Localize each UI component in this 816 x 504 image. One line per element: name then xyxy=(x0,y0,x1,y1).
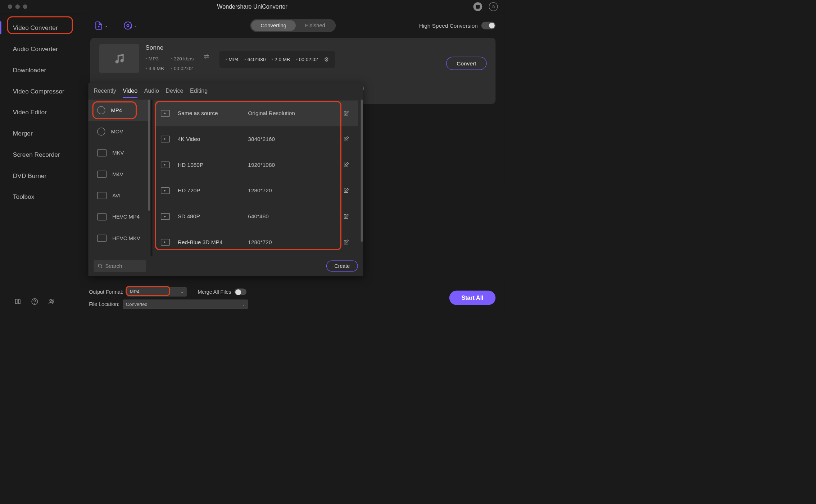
sidebar-item-screen-recorder[interactable]: Screen Recorder xyxy=(0,144,81,165)
video-icon xyxy=(161,161,170,168)
file-title: Sonne xyxy=(145,44,194,51)
tab-audio[interactable]: Audio xyxy=(144,88,159,98)
minimize-window[interactable] xyxy=(15,4,20,9)
add-dvd-button[interactable]: ⌄ xyxy=(123,21,137,30)
add-file-button[interactable]: ⌄ xyxy=(94,21,108,30)
edit-icon[interactable] xyxy=(343,214,349,219)
video-icon xyxy=(161,239,170,246)
close-window[interactable] xyxy=(8,4,12,9)
gear-icon[interactable]: ⚙ xyxy=(324,56,329,63)
file-location-dropdown[interactable]: Converted ⌄ xyxy=(123,299,248,309)
format-mp4[interactable]: MP4 xyxy=(88,100,150,121)
edit-icon[interactable] xyxy=(343,188,349,193)
sidebar-item-dvd-burner[interactable]: DVD Burner xyxy=(0,165,81,186)
sidebar-item-video-converter[interactable]: Video Converter xyxy=(0,17,81,38)
format-hevc-mkv[interactable]: HEVC MKV xyxy=(88,228,150,249)
edit-icon[interactable] xyxy=(343,239,349,245)
tab-finished[interactable]: Finished xyxy=(296,20,335,31)
format-icon xyxy=(97,149,106,156)
svg-point-3 xyxy=(53,300,54,301)
help-icon[interactable] xyxy=(31,298,38,306)
format-icon xyxy=(97,128,105,136)
src-bitrate: 320 kbps xyxy=(171,56,194,62)
preset-redblue-3d[interactable]: Red-Blue 3D MP4 1280*720 xyxy=(155,229,358,255)
traffic-lights xyxy=(8,4,27,9)
window-title: Wondershare UniConverter xyxy=(217,3,287,10)
merge-all-group: Merge All Files xyxy=(198,288,246,295)
preset-480p[interactable]: SD 480P 640*480 xyxy=(155,203,358,229)
scrollbar[interactable] xyxy=(148,100,150,211)
tab-converting[interactable]: Converting xyxy=(251,20,296,31)
format-avi[interactable]: AVI xyxy=(88,185,150,206)
video-icon xyxy=(161,136,170,142)
preset-1080p[interactable]: HD 1080P 1920*1080 xyxy=(155,152,358,178)
edit-icon[interactable] xyxy=(343,136,349,142)
high-speed-toggle-group: High Speed Conversion xyxy=(419,22,496,29)
high-speed-label: High Speed Conversion xyxy=(419,22,478,29)
search-input[interactable]: Search xyxy=(94,260,146,272)
format-list: MP4 MOV MKV M4V AVI HEVC MP4 HEVC MKV xyxy=(88,100,152,256)
format-popover: Recently Video Audio Device Editing MP4 … xyxy=(88,83,363,276)
tutorial-icon[interactable] xyxy=(14,298,22,306)
merge-all-toggle[interactable] xyxy=(234,288,246,295)
svg-point-2 xyxy=(50,299,51,301)
sidebar-item-video-editor[interactable]: Video Editor xyxy=(0,102,81,123)
format-icon xyxy=(97,235,106,242)
high-speed-toggle[interactable] xyxy=(481,22,496,29)
file-thumbnail[interactable] xyxy=(99,44,139,73)
output-format-label: Output Format: xyxy=(89,289,123,295)
video-icon xyxy=(161,187,170,194)
tab-device[interactable]: Device xyxy=(166,88,183,98)
dst-duration: 00:02:02 xyxy=(296,56,318,62)
account-icon[interactable] xyxy=(473,2,482,11)
preset-4k[interactable]: 4K Video 3840*2160 xyxy=(155,126,358,152)
edit-icon[interactable] xyxy=(343,110,349,116)
src-duration: 00:02:02 xyxy=(171,66,194,72)
video-icon xyxy=(161,110,170,117)
status-segment: Converting Finished xyxy=(250,19,336,32)
tab-video[interactable]: Video xyxy=(123,88,137,98)
format-icon xyxy=(97,213,106,220)
edit-icon[interactable] xyxy=(343,162,349,168)
scrollbar[interactable] xyxy=(361,100,363,242)
svg-point-6 xyxy=(98,264,101,267)
format-icon xyxy=(97,106,105,114)
tab-recently[interactable]: Recently xyxy=(94,88,116,98)
sidebar-item-toolbox[interactable]: Toolbox xyxy=(0,186,81,207)
title-bar: Wondershare UniConverter ☺ xyxy=(0,0,504,13)
preset-720p[interactable]: HD 720P 1280*720 xyxy=(155,178,358,204)
format-mov[interactable]: MOV xyxy=(88,121,150,142)
merge-label: Merge All Files xyxy=(198,289,231,295)
sidebar-item-video-compressor[interactable]: Video Compressor xyxy=(0,81,81,102)
start-all-button[interactable]: Start All xyxy=(449,291,496,305)
sidebar-label: Video Converter xyxy=(13,24,58,32)
sidebar-item-downloader[interactable]: Downloader xyxy=(0,60,81,81)
sidebar: Video Converter Audio Converter Download… xyxy=(0,13,81,312)
format-hevc-mp4[interactable]: HEVC MP4 xyxy=(88,206,150,228)
preset-panel: Same as source Original Resolution 4K Vi… xyxy=(152,100,363,256)
dst-size: 2.0 MB xyxy=(272,56,290,62)
output-settings-box[interactable]: MP4 640*480 2.0 MB 00:02:02 ⚙ xyxy=(219,51,335,68)
output-format-dropdown[interactable]: MP4 ⌄ xyxy=(127,287,187,297)
chevron-down-icon: ⌄ xyxy=(105,23,108,28)
preset-same-as-source[interactable]: Same as source Original Resolution xyxy=(155,100,358,126)
format-m4v[interactable]: M4V xyxy=(88,164,150,185)
svg-point-5 xyxy=(127,24,129,27)
maximize-window[interactable] xyxy=(23,4,27,9)
format-mkv[interactable]: MKV xyxy=(88,142,150,164)
community-icon[interactable] xyxy=(47,298,55,306)
swap-icon[interactable]: ⇄ xyxy=(204,53,209,60)
video-icon xyxy=(161,213,170,220)
convert-button[interactable]: Convert xyxy=(446,57,487,70)
dst-format: MP4 xyxy=(226,56,239,62)
feedback-icon[interactable]: ☺ xyxy=(489,2,498,11)
create-button[interactable]: Create xyxy=(326,261,358,272)
chevron-down-icon: ⌄ xyxy=(134,23,137,28)
sidebar-item-merger[interactable]: Merger xyxy=(0,123,81,144)
chevron-down-icon: ⌄ xyxy=(242,302,245,306)
tab-editing[interactable]: Editing xyxy=(190,88,208,98)
svg-point-1 xyxy=(35,303,35,303)
chevron-down-icon: ⌄ xyxy=(181,290,183,294)
sidebar-item-audio-converter[interactable]: Audio Converter xyxy=(0,38,81,60)
format-icon xyxy=(97,192,106,199)
